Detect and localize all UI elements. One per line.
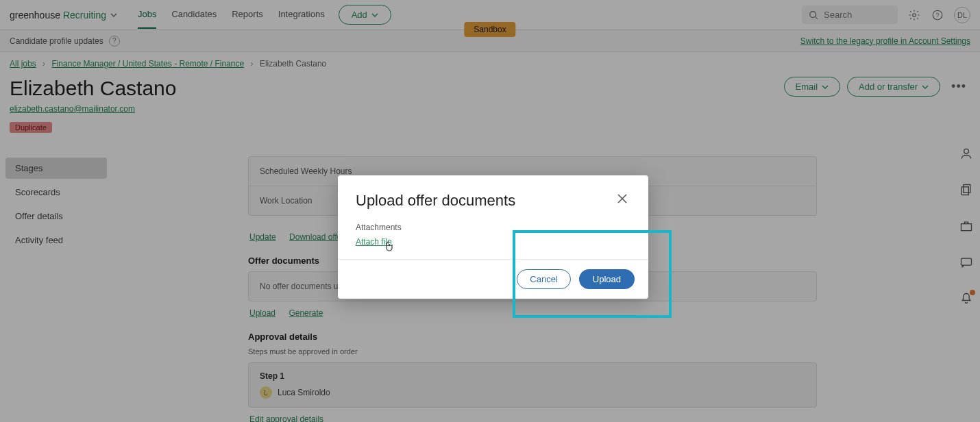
upload-offer-modal: Upload offer documents Attachments Attac… xyxy=(338,175,648,299)
attachments-label: Attachments xyxy=(356,223,630,232)
svg-point-12 xyxy=(389,245,390,246)
upload-button[interactable]: Upload xyxy=(579,269,635,289)
attach-file-link[interactable]: Attach file xyxy=(356,237,392,247)
close-icon[interactable] xyxy=(614,190,630,210)
modal-title: Upload offer documents xyxy=(356,192,515,210)
cancel-button[interactable]: Cancel xyxy=(517,269,570,289)
cursor-icon xyxy=(384,241,394,254)
